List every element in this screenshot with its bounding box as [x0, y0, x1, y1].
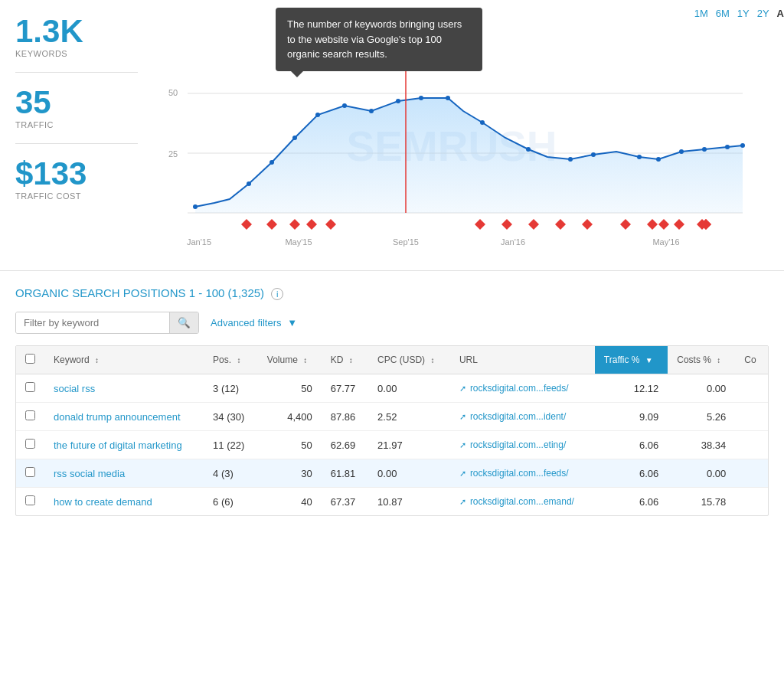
keyword-link[interactable]: the future of digital marketing	[54, 440, 182, 451]
row-traffic: 12.12	[595, 374, 668, 403]
chart-dot	[369, 109, 374, 113]
header-cpc[interactable]: CPC (USD) ↕	[368, 346, 450, 374]
chart-dot	[637, 155, 642, 159]
sort-icon: ↕	[237, 356, 240, 364]
row-traffic: 6.06	[595, 431, 668, 459]
row-keyword: the future of digital marketing	[44, 431, 204, 459]
traffic-label: TRAFFIC	[15, 120, 138, 129]
row-pos: 6 (6)	[204, 488, 258, 516]
organic-range: 1 - 100 (1,325)	[189, 286, 264, 299]
row-checkbox[interactable]	[25, 495, 35, 505]
chart-dot	[656, 157, 661, 162]
advanced-filters-button[interactable]: Advanced filters ▼	[211, 317, 297, 328]
chart-diamond	[475, 219, 485, 230]
header-keyword[interactable]: Keyword ↕	[44, 346, 204, 374]
row-co	[735, 374, 768, 403]
chart-diamond	[658, 219, 669, 230]
metrics-panel: 1.3K KEYWORDS 35 TRAFFIC $133 TRAFFIC CO…	[0, 8, 153, 255]
url-link[interactable]: rocksdigital.com...ident/	[470, 411, 566, 422]
info-icon[interactable]: i	[271, 288, 283, 300]
row-traffic: 6.06	[595, 459, 668, 488]
url-link[interactable]: rocksdigital.com...emand/	[470, 496, 574, 507]
chart-diamond	[582, 219, 593, 230]
tooltip-text: The number of keywords bringing users to…	[287, 18, 462, 60]
svg-text:May'16: May'16	[652, 237, 679, 247]
keyword-link[interactable]: donald trump announcement	[54, 411, 181, 423]
keyword-filter-input[interactable]	[16, 312, 169, 333]
keyword-table-container: Keyword ↕ Pos. ↕ Volume ↕ KD ↕ CPC (USD)…	[15, 345, 769, 516]
time-1m[interactable]: 1M	[694, 8, 708, 19]
header-traffic[interactable]: Traffic % ▼	[595, 346, 668, 374]
filter-row: 🔍 Advanced filters ▼	[15, 312, 769, 334]
time-2y[interactable]: 2Y	[757, 8, 769, 19]
url-link[interactable]: rocksdigital.com...feeds/	[470, 383, 569, 394]
header-co[interactable]: Co	[735, 346, 768, 374]
sort-icon: ▼	[645, 356, 653, 364]
row-pos: 11 (22)	[204, 431, 258, 459]
organic-title: ORGANIC SEARCH POSITIONS 1 - 100 (1,325)…	[15, 286, 769, 300]
chart-dot	[591, 152, 596, 157]
url-link[interactable]: rocksdigital.com...eting/	[470, 440, 566, 450]
keyword-link[interactable]: social rss	[54, 383, 95, 394]
table-row: rss social media 4 (3) 30 61.81 0.00 ➚ r…	[16, 459, 768, 488]
header-pos[interactable]: Pos. ↕	[204, 346, 258, 374]
row-keyword: donald trump announcement	[44, 403, 204, 431]
keywords-label: KEYWORDS	[15, 49, 138, 58]
row-checkbox-cell	[16, 459, 44, 488]
svg-text:May'15: May'15	[285, 237, 312, 247]
filter-search-button[interactable]: 🔍	[169, 312, 198, 333]
row-cpc: 0.00	[368, 374, 450, 403]
traffic-value: 35	[15, 87, 138, 119]
chart-diamond	[528, 219, 539, 230]
table-header-row: Keyword ↕ Pos. ↕ Volume ↕ KD ↕ CPC (USD)…	[16, 346, 768, 374]
header-costs[interactable]: Costs % ↕	[668, 346, 735, 374]
organic-section: ORGANIC SEARCH POSITIONS 1 - 100 (1,325)…	[0, 271, 784, 531]
external-link-icon: ➚	[459, 440, 466, 450]
row-costs: 0.00	[668, 374, 735, 403]
row-co	[735, 459, 768, 488]
keyword-link[interactable]: rss social media	[54, 468, 125, 479]
chart-dot	[526, 147, 531, 152]
row-volume: 50	[258, 431, 322, 459]
row-cpc: 10.87	[368, 488, 450, 516]
cost-value: $133	[15, 158, 138, 190]
cost-label: TRAFFIC COST	[15, 191, 138, 201]
svg-text:Jan'16: Jan'16	[501, 237, 525, 247]
row-checkbox[interactable]	[25, 439, 35, 449]
row-traffic: 6.06	[595, 488, 668, 516]
table-row: donald trump announcement 34 (30) 4,400 …	[16, 403, 768, 431]
row-volume: 30	[258, 459, 322, 488]
header-kd[interactable]: KD ↕	[322, 346, 368, 374]
header-volume[interactable]: Volume ↕	[258, 346, 322, 374]
row-checkbox[interactable]	[25, 467, 35, 477]
select-all-checkbox[interactable]	[25, 354, 35, 364]
row-url: ➚ rocksdigital.com...eting/	[450, 431, 595, 459]
row-kd: 67.37	[322, 488, 368, 516]
row-kd: 67.77	[322, 374, 368, 403]
row-checkbox[interactable]	[25, 410, 35, 420]
chart-diamond	[241, 219, 252, 230]
chart-dot	[568, 157, 573, 162]
row-volume: 40	[258, 488, 322, 516]
row-checkbox[interactable]	[25, 382, 35, 392]
row-costs: 0.00	[668, 459, 735, 488]
row-costs: 38.34	[668, 431, 735, 459]
table-row: the future of digital marketing 11 (22) …	[16, 431, 768, 459]
time-a[interactable]: A	[777, 8, 784, 19]
row-url: ➚ rocksdigital.com...ident/	[450, 403, 595, 431]
chart-dot	[702, 147, 707, 152]
organic-title-main: ORGANIC SEARCH POSITIONS	[15, 286, 186, 299]
header-checkbox[interactable]	[16, 346, 44, 374]
chart-diamond	[674, 219, 684, 230]
time-1y[interactable]: 1Y	[737, 8, 750, 19]
chart-dot	[419, 96, 423, 100]
row-co	[735, 403, 768, 431]
sort-icon: ↕	[303, 356, 307, 364]
row-checkbox-cell	[16, 374, 44, 403]
row-kd: 87.86	[322, 403, 368, 431]
header-url[interactable]: URL	[450, 346, 595, 374]
keyword-link[interactable]: how to create demand	[54, 496, 152, 508]
time-6m[interactable]: 6M	[716, 8, 730, 19]
chart-dot	[315, 113, 320, 117]
url-link[interactable]: rocksdigital.com...feeds/	[470, 468, 569, 479]
